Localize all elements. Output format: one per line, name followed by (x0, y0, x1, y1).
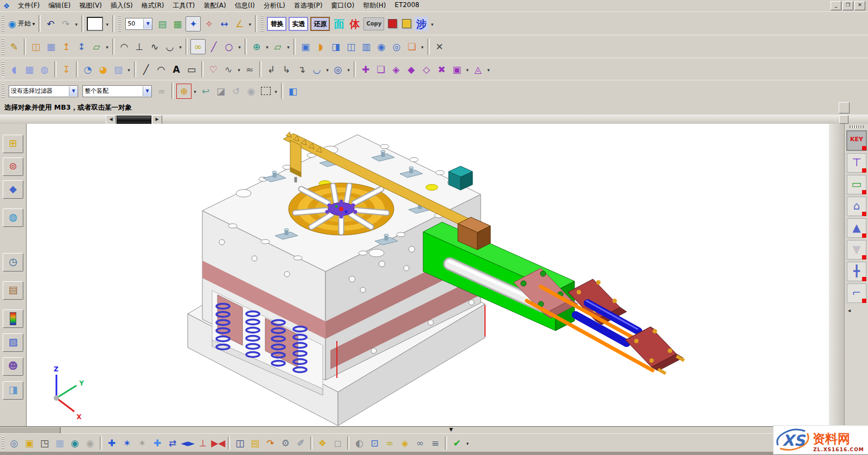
bridge-surface-icon[interactable]: ◕ (96, 62, 110, 77)
replace-face-icon[interactable]: ◆ (404, 62, 418, 77)
panel-scroll-up-icon[interactable]: ◂ (845, 307, 851, 313)
bounded-plane-icon[interactable]: ◍ (37, 62, 52, 77)
orient-csys-icon[interactable]: ✦ (186, 16, 201, 31)
wireframe-red-cube-icon[interactable] (385, 17, 399, 31)
body-button[interactable]: 体 (348, 17, 361, 31)
menu-file[interactable]: 文件(F) (14, 0, 44, 11)
arc-icon[interactable]: ◠ (154, 62, 168, 77)
mirror-body-icon[interactable]: ◫ (29, 40, 43, 54)
visual-effects-tab[interactable]: ▧ (3, 333, 23, 352)
restore-button[interactable]: ❐ (843, 1, 853, 10)
through-mesh-icon[interactable]: ▦ (22, 62, 36, 77)
overflow-arrow-icon[interactable]: ▾ (177, 40, 183, 54)
edit-component-icon[interactable]: ✐ (293, 436, 308, 450)
delete-face-icon[interactable]: ✖ (435, 62, 449, 77)
extrude-icon[interactable]: ◨ (329, 40, 343, 54)
restore-button[interactable]: 还原 (310, 17, 330, 31)
shaded-view-icon[interactable]: ◧ (286, 84, 300, 98)
view-scroll-left-button[interactable]: ◀ (106, 115, 116, 124)
rectangle-icon[interactable]: ▭ (184, 62, 199, 77)
gallery-tab[interactable]: ◨ (3, 381, 23, 400)
menu-tools[interactable]: 工具(T) (168, 0, 199, 11)
rotate-point-icon[interactable]: ↺ (229, 84, 243, 98)
assembly-navigator-tab[interactable]: ⊞ (3, 135, 23, 153)
history-tab[interactable]: ◷ (3, 253, 23, 271)
bracket-template-tile[interactable]: ⌂ (847, 197, 866, 216)
fitting-template-tile[interactable]: ╋ (847, 262, 866, 281)
combo-dropdown-icon[interactable]: ▼ (143, 86, 151, 96)
extrude-sheet-icon[interactable]: ↥ (59, 40, 73, 54)
overflow-arrow-icon[interactable]: ▾ (192, 84, 198, 98)
wave-geometry-icon[interactable]: ◈ (398, 436, 412, 450)
project-curve-icon[interactable]: ↲ (264, 62, 278, 77)
sketch-icon[interactable]: ✎ (7, 40, 21, 54)
join-curve-icon[interactable]: ∿ (148, 40, 162, 54)
part-navigator-tab[interactable]: ◆ (3, 180, 23, 199)
boolean-icon[interactable]: ⊕ (250, 40, 264, 54)
add-instance-icon[interactable]: ✚ (150, 436, 164, 450)
view-scroll-thumb[interactable] (117, 116, 151, 124)
overflow-arrow-icon[interactable]: ▾ (73, 17, 79, 31)
scroll-corner-box[interactable] (839, 115, 848, 124)
combo-dropdown-icon[interactable]: ▼ (143, 19, 152, 29)
mate-component-icon[interactable]: ◄► (181, 436, 195, 450)
overflow-arrow-icon[interactable]: ▾ (346, 62, 352, 77)
translucent-assembly-icon[interactable]: ▦ (53, 436, 67, 450)
studio-surface-icon[interactable]: ▨ (111, 62, 125, 77)
menu-assemblies[interactable]: 装配(A) (199, 0, 231, 11)
find-component-icon[interactable]: ◎ (7, 436, 21, 450)
menu-insert[interactable]: 插入(S) (106, 0, 137, 11)
rotary-disc[interactable] (289, 183, 394, 235)
datum-plane-icon[interactable]: ▱ (90, 40, 104, 54)
roles-tab[interactable]: ☻ (3, 357, 23, 376)
rectangle-select-icon[interactable] (259, 84, 273, 98)
constraint-icon[interactable]: ⊥ (196, 436, 210, 450)
plane-icon[interactable]: ▱ (271, 40, 285, 54)
extend-curve-icon[interactable]: ◡ (163, 40, 177, 54)
circle-icon[interactable]: ○ (222, 40, 236, 54)
offset-surface-icon[interactable]: ↧ (59, 62, 73, 77)
spline-icon[interactable]: ∿ (221, 62, 235, 77)
explode-assembly-icon[interactable]: ❖ (315, 436, 329, 450)
start-menu-button[interactable]: ◉开始▾ (8, 18, 35, 29)
pull-face-icon[interactable]: ❏ (374, 62, 388, 77)
profile-icon[interactable]: ♡ (206, 62, 220, 77)
replace-component-icon[interactable]: ↷ (263, 436, 277, 450)
xform-icon[interactable]: ✕ (432, 40, 446, 54)
layer-settings-icon[interactable]: ▤ (155, 17, 169, 31)
copy-button[interactable]: Copy (363, 17, 384, 30)
menu-edit[interactable]: 编辑(E) (44, 0, 75, 11)
move-component-icon[interactable]: ⇄ (165, 436, 180, 450)
menu-format[interactable]: 格式(R) (137, 0, 169, 11)
cylinder-end-plate[interactable] (626, 327, 684, 374)
new-parent-icon[interactable]: ✶ (135, 436, 149, 450)
structure-report-icon[interactable]: ≡ (428, 436, 442, 450)
chain-select-icon[interactable]: ∞ (190, 39, 206, 54)
elbow-template-tile[interactable]: ⌐ (847, 283, 866, 303)
stretch-sheet-icon[interactable]: ↕ (74, 40, 88, 54)
selection-scope-combo[interactable]: 整个装配▼ (82, 85, 152, 97)
menu-view[interactable]: 视图(V) (75, 0, 106, 11)
text-icon[interactable]: A (169, 62, 183, 77)
helix-icon[interactable]: ≈ (242, 62, 257, 77)
key-template-tile[interactable]: KEY (846, 130, 867, 151)
remember-constraints-icon[interactable]: ◫ (233, 436, 247, 450)
graphics-window[interactable]: Z Y X (26, 124, 829, 426)
collapse-arrow-icon[interactable]: ▼ (449, 427, 453, 432)
face-button[interactable]: 面 (332, 17, 346, 31)
pin-template-tile[interactable]: ▼ (847, 240, 866, 260)
swoop-surface-icon[interactable]: ◔ (81, 62, 95, 77)
menu-information[interactable]: 信息(I) (231, 0, 259, 11)
minimize-button[interactable]: _ (831, 1, 841, 10)
overflow-arrow-icon[interactable]: ▾ (104, 17, 110, 31)
menu-et2008[interactable]: ET2008 (391, 0, 424, 11)
make-unique-icon[interactable]: ⚙ (278, 436, 292, 450)
overflow-arrow-icon[interactable]: ▾ (237, 40, 242, 54)
isolate-component-icon[interactable]: ⊡ (367, 436, 381, 450)
hole-icon[interactable]: ◉ (374, 40, 388, 54)
overflow-arrow-icon[interactable]: ▾ (273, 84, 279, 98)
relations-browser-icon[interactable]: ∞ (413, 436, 427, 450)
add-component-icon[interactable]: ✚ (105, 436, 119, 450)
measure-distance-icon[interactable]: ↔ (217, 17, 231, 31)
product-outline-icon[interactable]: ◳ (37, 436, 52, 450)
